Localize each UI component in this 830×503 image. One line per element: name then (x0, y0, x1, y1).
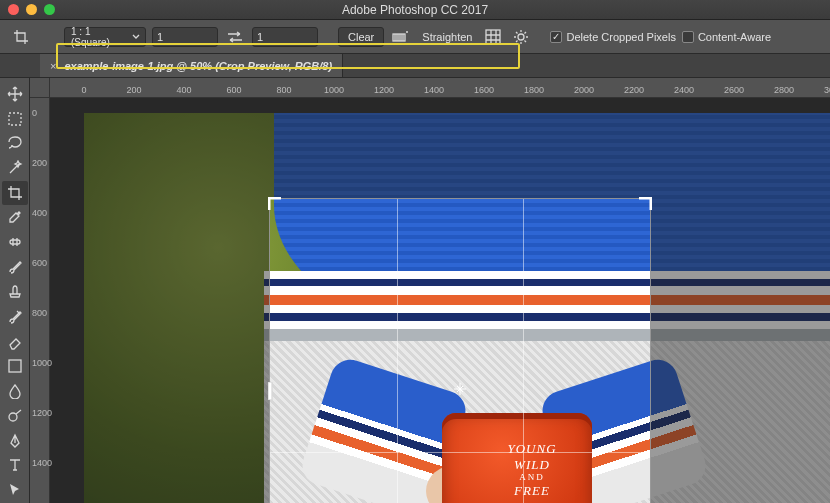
window-close-button[interactable] (8, 4, 19, 15)
overlay-grid-button[interactable] (482, 27, 504, 47)
marquee-tool[interactable] (2, 107, 28, 131)
ruler-tick: 1000 (324, 85, 344, 95)
delete-cropped-checkbox[interactable]: Delete Cropped Pixels (550, 31, 675, 43)
path-selection-tool[interactable] (2, 478, 28, 502)
crop-box[interactable] (270, 199, 650, 503)
ruler-tick: 2800 (774, 85, 794, 95)
magic-wand-tool[interactable] (2, 156, 28, 180)
ruler-tick: 2200 (624, 85, 644, 95)
healing-brush-tool[interactable] (2, 231, 28, 255)
chevron-down-icon (132, 33, 140, 41)
ruler-tick: 3000 (824, 85, 830, 95)
straighten-icon-button[interactable] (390, 27, 412, 47)
history-brush-tool[interactable] (2, 305, 28, 329)
svg-rect-4 (9, 113, 21, 125)
brush-tool[interactable] (2, 255, 28, 279)
app-title: Adobe Photoshop CC 2017 (342, 3, 488, 17)
crop-width-input[interactable] (152, 27, 218, 47)
ruler-tick: 1600 (474, 85, 494, 95)
dodge-tool[interactable] (2, 404, 28, 428)
svg-point-7 (9, 413, 17, 421)
document-canvas[interactable]: YOUNG WILD AND FREE (84, 113, 830, 503)
ruler-tick: 0 (81, 85, 86, 95)
clone-stamp-tool[interactable] (2, 280, 28, 304)
ruler-tick: 1200 (374, 85, 394, 95)
ruler-tick: 1800 (524, 85, 544, 95)
ruler-tick: 1000 (32, 358, 52, 368)
ruler-tick: 800 (276, 85, 291, 95)
document-tab[interactable]: × example-image-1.jpg @ 50% (Crop Previe… (40, 54, 343, 77)
ruler-tick: 2000 (574, 85, 594, 95)
move-tool[interactable] (2, 82, 28, 106)
aspect-ratio-select[interactable]: 1 : 1 (Square) (64, 27, 146, 47)
ruler-tick: 1400 (424, 85, 444, 95)
ruler-tick: 600 (226, 85, 241, 95)
ruler-tick: 600 (32, 258, 47, 268)
vertical-ruler[interactable]: 02004006008001000120014001600 (30, 98, 50, 503)
lasso-tool[interactable] (2, 132, 28, 156)
canvas-area[interactable]: 0200400600800100012001400160018002000220… (30, 78, 830, 503)
svg-rect-6 (9, 360, 21, 372)
swap-dimensions-button[interactable] (224, 27, 246, 47)
crop-handle-left[interactable] (268, 382, 282, 396)
eyedropper-tool[interactable] (2, 206, 28, 230)
ruler-tick: 2400 (674, 85, 694, 95)
ruler-tick: 200 (126, 85, 141, 95)
ruler-tick: 0 (32, 108, 37, 118)
ruler-tick: 400 (176, 85, 191, 95)
tools-panel (0, 78, 30, 503)
crop-height-input[interactable] (252, 27, 318, 47)
crop-center-icon (454, 383, 466, 395)
svg-rect-5 (10, 240, 20, 244)
type-tool[interactable] (2, 453, 28, 477)
ruler-origin[interactable] (30, 78, 50, 98)
crop-settings-button[interactable] (510, 27, 532, 47)
ruler-tick: 1200 (32, 408, 52, 418)
ruler-tick: 1400 (32, 458, 52, 468)
svg-point-1 (406, 31, 408, 33)
ruler-tick: 2600 (724, 85, 744, 95)
crop-tool[interactable] (2, 181, 28, 205)
crop-tool-icon[interactable] (12, 28, 30, 46)
crop-handle-top-right[interactable] (638, 197, 652, 211)
close-tab-icon[interactable]: × (50, 60, 56, 72)
ruler-tick: 800 (32, 308, 47, 318)
svg-rect-8 (268, 382, 272, 400)
window-zoom-button[interactable] (44, 4, 55, 15)
window-minimize-button[interactable] (26, 4, 37, 15)
svg-rect-2 (486, 30, 500, 44)
gradient-tool[interactable] (2, 354, 28, 378)
svg-point-3 (518, 34, 524, 40)
document-tab-title: example-image-1.jpg @ 50% (Crop Preview,… (64, 60, 332, 72)
blur-tool[interactable] (2, 379, 28, 403)
crop-options-bar: 1 : 1 (Square) Clear Straighten Delete C… (0, 20, 830, 54)
checkbox-unchecked-icon (682, 31, 694, 43)
clear-button[interactable]: Clear (338, 27, 384, 47)
horizontal-ruler[interactable]: 0200400600800100012001400160018002000220… (50, 78, 830, 98)
checkbox-checked-icon (550, 31, 562, 43)
ruler-tick: 200 (32, 158, 47, 168)
straighten-button[interactable]: Straighten (418, 27, 476, 47)
eraser-tool[interactable] (2, 330, 28, 354)
crop-handle-top-left[interactable] (268, 197, 282, 211)
aspect-ratio-label: 1 : 1 (Square) (71, 26, 132, 48)
ruler-tick: 400 (32, 208, 47, 218)
pen-tool[interactable] (2, 429, 28, 453)
content-aware-checkbox[interactable]: Content-Aware (682, 31, 771, 43)
document-tab-bar: × example-image-1.jpg @ 50% (Crop Previe… (0, 54, 830, 78)
title-bar: Adobe Photoshop CC 2017 (0, 0, 830, 20)
